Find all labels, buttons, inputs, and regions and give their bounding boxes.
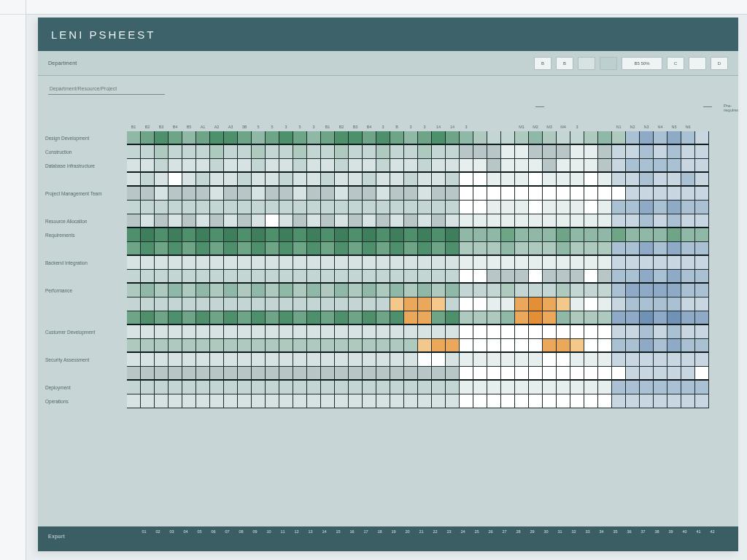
heatmap-cell[interactable] — [266, 256, 279, 270]
heatmap-cell[interactable] — [501, 339, 515, 353]
heatmap-cell[interactable] — [460, 298, 473, 311]
heatmap-cell[interactable] — [612, 173, 626, 187]
heatmap-cell[interactable] — [570, 339, 584, 353]
heatmap-cell[interactable] — [196, 270, 210, 284]
heatmap-cell[interactable] — [432, 381, 446, 394]
heatmap-cell[interactable] — [473, 270, 487, 284]
heatmap-cell[interactable] — [279, 339, 293, 353]
heatmap-cell[interactable] — [238, 353, 252, 367]
heatmap-cell[interactable] — [363, 339, 376, 353]
heatmap-cell[interactable] — [155, 228, 169, 242]
heatmap-cell[interactable] — [307, 394, 321, 408]
heatmap-cell[interactable] — [584, 284, 598, 298]
heatmap-cell[interactable] — [390, 145, 404, 159]
heatmap-cell[interactable] — [515, 353, 529, 367]
heatmap-cell[interactable] — [432, 298, 446, 311]
heatmap-cell[interactable] — [612, 367, 626, 381]
heatmap-cell[interactable] — [681, 187, 695, 201]
heatmap-cell[interactable] — [404, 159, 418, 173]
heatmap-cell[interactable] — [640, 131, 654, 145]
heatmap-cell[interactable] — [667, 339, 681, 353]
heatmap-cell[interactable] — [266, 201, 279, 214]
heatmap-cell[interactable] — [321, 228, 335, 242]
heatmap-cell[interactable] — [210, 145, 224, 159]
heatmap-cell[interactable] — [141, 173, 155, 187]
heatmap-cell[interactable] — [293, 173, 307, 187]
heatmap-cell[interactable] — [266, 187, 279, 201]
heatmap-cell[interactable] — [543, 256, 557, 270]
heatmap-cell[interactable] — [252, 381, 266, 394]
heatmap-cell[interactable] — [501, 311, 515, 325]
heatmap-cell[interactable] — [460, 284, 473, 298]
heatmap-cell[interactable] — [155, 311, 169, 325]
heatmap-cell[interactable] — [501, 242, 515, 256]
heatmap-cell[interactable] — [543, 214, 557, 228]
heatmap-cell[interactable] — [210, 311, 224, 325]
heatmap-cell[interactable] — [446, 339, 460, 353]
heatmap-cell[interactable] — [681, 339, 695, 353]
heatmap-cell[interactable] — [349, 270, 363, 284]
toolbar-swatch-2[interactable] — [600, 57, 617, 70]
column-header[interactable] — [473, 102, 487, 131]
heatmap-cell[interactable] — [404, 284, 418, 298]
column-header[interactable]: 14 — [446, 102, 460, 131]
heatmap-cell[interactable] — [335, 187, 349, 201]
heatmap-cell[interactable] — [307, 159, 321, 173]
heatmap-cell[interactable] — [557, 131, 570, 145]
heatmap-cell[interactable] — [376, 256, 390, 270]
heatmap-cell[interactable] — [127, 381, 141, 394]
heatmap-cell[interactable] — [238, 367, 252, 381]
column-header[interactable]: B2 — [335, 102, 349, 131]
heatmap-cell[interactable] — [432, 131, 446, 145]
heatmap-cell[interactable] — [432, 367, 446, 381]
heatmap-cell[interactable] — [210, 339, 224, 353]
heatmap-cell[interactable] — [349, 159, 363, 173]
heatmap-cell[interactable] — [598, 214, 612, 228]
heatmap-cell[interactable] — [363, 173, 376, 187]
heatmap-cell[interactable] — [376, 381, 390, 394]
row-label[interactable]: Requirements — [38, 228, 127, 242]
heatmap-cell[interactable] — [307, 339, 321, 353]
heatmap-cell[interactable] — [252, 201, 266, 214]
heatmap-cell[interactable] — [210, 381, 224, 394]
heatmap-cell[interactable] — [169, 367, 182, 381]
heatmap-cell[interactable] — [390, 131, 404, 145]
heatmap-cell[interactable] — [460, 145, 473, 159]
heatmap-cell[interactable] — [432, 270, 446, 284]
heatmap-cell[interactable] — [667, 131, 681, 145]
heatmap-cell[interactable] — [584, 242, 598, 256]
row-label[interactable]: Performance — [38, 284, 127, 298]
heatmap-cell[interactable] — [557, 173, 570, 187]
heatmap-cell[interactable] — [543, 145, 557, 159]
heatmap-cell[interactable] — [446, 353, 460, 367]
heatmap-cell[interactable] — [640, 159, 654, 173]
heatmap-cell[interactable] — [626, 325, 640, 339]
heatmap-cell[interactable] — [612, 145, 626, 159]
heatmap-cell[interactable] — [127, 145, 141, 159]
heatmap-cell[interactable] — [640, 270, 654, 284]
heatmap-cell[interactable] — [681, 242, 695, 256]
heatmap-cell[interactable] — [363, 187, 376, 201]
heatmap-cell[interactable] — [501, 325, 515, 339]
heatmap-cell[interactable] — [238, 325, 252, 339]
heatmap-cell[interactable] — [681, 270, 695, 284]
heatmap-cell[interactable] — [321, 339, 335, 353]
heatmap-cell[interactable] — [127, 394, 141, 408]
heatmap-cell[interactable] — [238, 228, 252, 242]
heatmap-cell[interactable] — [404, 381, 418, 394]
heatmap-cell[interactable] — [376, 145, 390, 159]
row-label[interactable] — [38, 242, 127, 256]
heatmap-cell[interactable] — [640, 256, 654, 270]
heatmap-cell[interactable] — [473, 325, 487, 339]
heatmap-cell[interactable] — [404, 339, 418, 353]
heatmap-cell[interactable] — [363, 159, 376, 173]
heatmap-cell[interactable] — [515, 284, 529, 298]
heatmap-cell[interactable] — [654, 145, 667, 159]
heatmap-cell[interactable] — [418, 311, 432, 325]
column-header[interactable]: B1 — [127, 102, 141, 131]
heatmap-cell[interactable] — [460, 325, 473, 339]
heatmap-cell[interactable] — [529, 311, 543, 325]
heatmap-cell[interactable] — [293, 228, 307, 242]
heatmap-cell[interactable] — [376, 270, 390, 284]
heatmap-cell[interactable] — [487, 353, 501, 367]
